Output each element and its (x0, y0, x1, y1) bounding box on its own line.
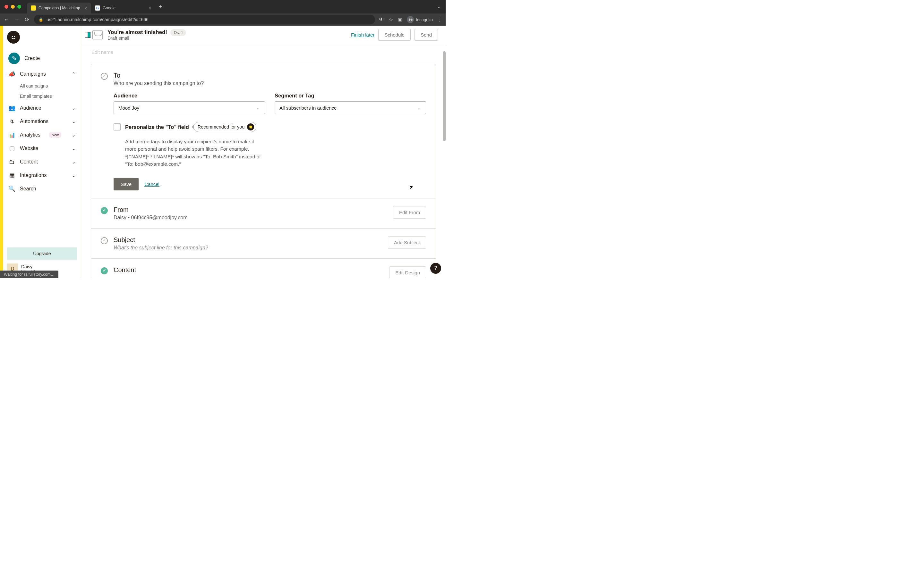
nav-content[interactable]: 🗀 Content ⌄ (3, 155, 81, 169)
status-incomplete-icon (101, 237, 108, 244)
scrollbar[interactable] (443, 51, 446, 141)
status-incomplete-icon (101, 73, 108, 80)
nav-label: Automations (20, 119, 48, 124)
nav-campaigns[interactable]: 📣 Campaigns ⌃ (3, 67, 81, 81)
nav-label: Search (20, 186, 36, 192)
close-tab-icon[interactable]: × (149, 5, 152, 11)
incognito-badge[interactable]: 🕶 Incognito (407, 16, 433, 23)
subnav-email-templates[interactable]: Email templates (20, 91, 81, 101)
personalize-help-text: Add merge tags to display your recipient… (125, 138, 263, 168)
add-subject-button[interactable]: Add Subject (388, 236, 426, 249)
status-toast: Waiting for rs.fullstory.com… (0, 271, 58, 278)
chevron-down-icon: ⌄ (418, 105, 421, 110)
recommended-badge[interactable]: Recommended for you ✹ (194, 122, 257, 132)
chevron-down-icon: ⌄ (72, 159, 76, 164)
nav-label: Create (24, 55, 40, 61)
section-subtitle: Who are you sending this campaign to? (113, 81, 426, 86)
subnav-all-campaigns[interactable]: All campaigns (20, 81, 81, 91)
segment-dropdown[interactable]: All subscribers in audience ⌄ (275, 101, 426, 114)
chevron-down-icon: ⌄ (72, 132, 76, 137)
profile-name: Daisy (21, 264, 39, 269)
nav-label: Content (20, 159, 38, 165)
incognito-icon: 🕶 (407, 16, 414, 23)
status-done-icon (101, 207, 108, 214)
url-text: us21.admin.mailchimp.com/campaigns/edit?… (47, 17, 149, 22)
nav-website[interactable]: ▢ Website ⌄ (3, 142, 81, 155)
subject-placeholder: What's the subject line for this campaig… (113, 245, 382, 251)
address-bar[interactable]: 🔒 us21.admin.mailchimp.com/campaigns/edi… (34, 15, 375, 24)
svg-point-1 (14, 36, 15, 37)
status-done-icon (101, 268, 108, 274)
tab-google[interactable]: G Google × (91, 3, 155, 13)
nav-audience[interactable]: 👥 Audience ⌄ (3, 101, 81, 115)
section-to: To Who are you sending this campaign to?… (91, 64, 436, 198)
lightbulb-icon: ✹ (247, 123, 254, 131)
close-window[interactable] (5, 5, 8, 9)
page-subtitle: Draft email (107, 35, 186, 41)
nav-automations[interactable]: ↯ Automations ⌄ (3, 115, 81, 128)
campaign-sections-card: To Who are you sending this campaign to?… (91, 64, 436, 278)
main-content: You're almost finished! Draft Draft emai… (81, 26, 446, 278)
nav-search[interactable]: 🔍 Search (3, 182, 81, 195)
chevron-down-icon: ⌄ (257, 105, 260, 110)
finish-later-link[interactable]: Finish later (351, 32, 375, 37)
mail-icon (92, 31, 103, 39)
reload-button[interactable]: ⟳ (24, 16, 30, 23)
audience-dropdown[interactable]: Mood Joy ⌄ (113, 101, 265, 114)
chevron-down-icon: ⌄ (72, 105, 76, 111)
schedule-button[interactable]: Schedule (378, 29, 411, 41)
section-title: Content (113, 266, 383, 274)
extensions-icon[interactable]: ▣ (397, 17, 402, 23)
chevron-down-icon: ⌄ (72, 146, 76, 151)
analytics-icon: 📊 (8, 131, 15, 139)
window-icon: ▢ (8, 145, 15, 152)
send-button[interactable]: Send (415, 29, 438, 41)
close-tab-icon[interactable]: × (84, 5, 87, 11)
tab-overflow-icon[interactable]: ⌄ (437, 4, 441, 9)
personalize-label: Personalize the "To" field (125, 124, 189, 130)
maximize-window[interactable] (17, 5, 21, 9)
section-title: Subject (113, 236, 382, 243)
browser-titlebar: Campaigns | Mailchimp × G Google × + ⌄ (0, 0, 446, 13)
cancel-link[interactable]: Cancel (144, 181, 160, 187)
save-button[interactable]: Save (113, 178, 139, 190)
mailchimp-logo-icon[interactable] (7, 31, 20, 44)
search-icon: 🔍 (8, 185, 15, 192)
nav-integrations[interactable]: ▦ Integrations ⌄ (3, 169, 81, 182)
back-button[interactable]: ← (3, 16, 10, 23)
pencil-icon: ✎ (8, 53, 20, 64)
bookmark-icon[interactable]: ☆ (389, 17, 393, 23)
kebab-menu-icon[interactable]: ⋮ (437, 17, 443, 23)
nav-analytics[interactable]: 📊 Analytics New ⌄ (3, 128, 81, 142)
forward-button[interactable]: → (13, 16, 20, 23)
nav-label: Audience (20, 105, 41, 111)
edit-from-button[interactable]: Edit From (393, 206, 426, 219)
section-title: From (113, 206, 387, 213)
audience-label: Audience (113, 93, 265, 99)
folder-icon: 🗀 (8, 158, 15, 165)
upgrade-button[interactable]: Upgrade (7, 247, 77, 259)
edit-design-button[interactable]: Edit Design (389, 266, 426, 278)
audience-icon: 👥 (8, 105, 15, 111)
status-pill: Draft (170, 29, 186, 36)
help-fab[interactable]: ? (430, 263, 441, 274)
favicon-google-icon: G (95, 5, 100, 11)
nav-label: Website (20, 145, 39, 151)
edit-name-link[interactable]: Edit name (91, 49, 436, 55)
nav-label: Analytics (20, 132, 40, 138)
nav-label: Integrations (20, 172, 47, 178)
new-badge: New (49, 132, 61, 137)
new-tab-button[interactable]: + (158, 3, 162, 11)
grid-icon: ▦ (8, 172, 15, 179)
personalize-checkbox[interactable] (113, 123, 121, 131)
tab-mailchimp[interactable]: Campaigns | Mailchimp × (27, 3, 91, 13)
create-button[interactable]: ✎ Create (3, 49, 81, 67)
favicon-mailchimp-icon (31, 5, 36, 11)
minimize-window[interactable] (11, 5, 15, 9)
browser-toolbar: ← → ⟳ 🔒 us21.admin.mailchimp.com/campaig… (0, 13, 446, 26)
tab-title: Google (103, 6, 115, 10)
section-subject: Subject What's the subject line for this… (91, 229, 436, 259)
chevron-down-icon: ⌄ (72, 119, 76, 124)
eye-off-icon[interactable]: 👁 (379, 17, 384, 23)
incognito-label: Incognito (416, 17, 433, 22)
